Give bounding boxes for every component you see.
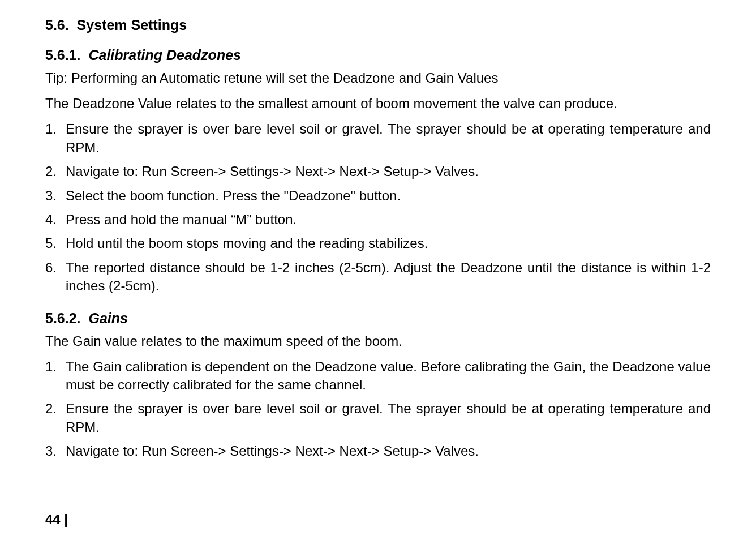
intro-text-2: The Gain value relates to the maximum sp… [45, 332, 711, 350]
subsection-number: 5.6.2. [45, 310, 81, 326]
list-num: 4. [45, 211, 57, 229]
steps-list-2: 1.The Gain calibration is dependent on t… [45, 358, 711, 461]
list-item-text: Ensure the sprayer is over bare level so… [66, 401, 711, 434]
intro-text-1: The Deadzone Value relates to the smalle… [45, 95, 711, 112]
list-item: 3.Select the boom function. Press the "D… [45, 187, 711, 205]
list-item-text: The reported distance should be 1-2 inch… [66, 260, 711, 293]
subsection-heading-1: 5.6.1. Calibrating Deadzones [45, 47, 711, 63]
list-item: 2.Navigate to: Run Screen-> Settings-> N… [45, 162, 711, 181]
list-num: 6. [45, 259, 57, 277]
tip-text: Tip: Performing an Automatic retune will… [45, 69, 711, 87]
list-item-text: Ensure the sprayer is over bare level so… [66, 121, 711, 155]
list-num: 3. [45, 187, 57, 205]
list-item: 6.The reported distance should be 1-2 in… [45, 259, 711, 295]
list-item: 5.Hold until the boom stops moving and t… [45, 234, 711, 252]
list-num: 5. [45, 234, 57, 252]
list-item-text: Press and hold the manual “M” button. [66, 212, 297, 227]
section-heading: 5.6. System Settings [45, 17, 711, 33]
page-number: 44 | [45, 512, 68, 527]
steps-list-1: 1.Ensure the sprayer is over bare level … [45, 120, 711, 295]
list-item: 4.Press and hold the manual “M” button. [45, 211, 711, 229]
list-item-text: Select the boom function. Press the "Dea… [66, 188, 401, 203]
subsection-title: Gains [88, 310, 127, 326]
list-num: 1. [45, 120, 57, 138]
list-item-text: Hold until the boom stops moving and the… [66, 235, 428, 251]
list-num: 1. [45, 358, 57, 376]
list-item: 1.The Gain calibration is dependent on t… [45, 358, 711, 395]
section-title: System Settings [77, 17, 187, 33]
subsection-heading-2: 5.6.2. Gains [45, 310, 711, 327]
subsection-number: 5.6.1. [45, 47, 81, 63]
list-item-text: The Gain calibration is dependent on the… [66, 359, 711, 392]
list-item-text: Navigate to: Run Screen-> Settings-> Nex… [66, 443, 479, 458]
list-num: 3. [45, 442, 57, 460]
list-item-text: Navigate to: Run Screen-> Settings-> Nex… [66, 164, 479, 179]
list-num: 2. [45, 162, 57, 181]
list-item: 2.Ensure the sprayer is over bare level … [45, 400, 711, 436]
section-number: 5.6. [45, 17, 69, 33]
subsection-title: Calibrating Deadzones [88, 47, 241, 63]
page-footer: 44 | [45, 509, 711, 528]
list-item: 3.Navigate to: Run Screen-> Settings-> N… [45, 442, 711, 460]
list-item: 1.Ensure the sprayer is over bare level … [45, 120, 711, 157]
list-num: 2. [45, 400, 57, 418]
